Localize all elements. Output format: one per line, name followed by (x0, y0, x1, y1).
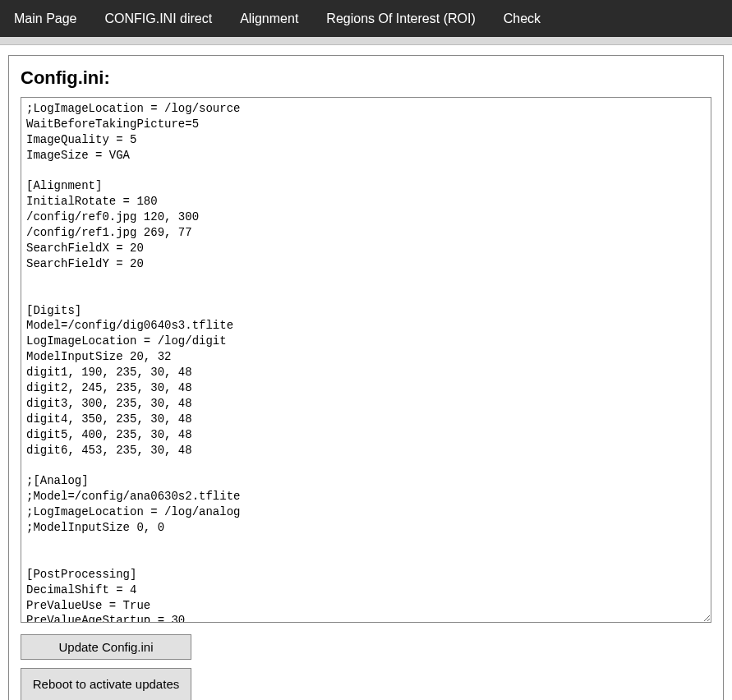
config-textarea[interactable]: ;LogImageLocation = /log/source WaitBefo… (21, 97, 711, 623)
nav-main-page[interactable]: Main Page (0, 0, 91, 37)
separator (0, 37, 732, 45)
nav-config-ini-direct[interactable]: CONFIG.INI direct (91, 0, 227, 37)
nav-check[interactable]: Check (490, 0, 555, 37)
page-title: Config.ini: (21, 67, 711, 89)
main-panel: Config.ini: ;LogImageLocation = /log/sou… (8, 55, 724, 700)
update-config-button[interactable]: Update Config.ini (21, 634, 191, 660)
nav-alignment[interactable]: Alignment (226, 0, 312, 37)
reboot-button[interactable]: Reboot to activate updates (21, 668, 191, 700)
nav-regions-of-interest[interactable]: Regions Of Interest (ROI) (312, 0, 489, 37)
navbar: Main Page CONFIG.INI direct Alignment Re… (0, 0, 732, 37)
